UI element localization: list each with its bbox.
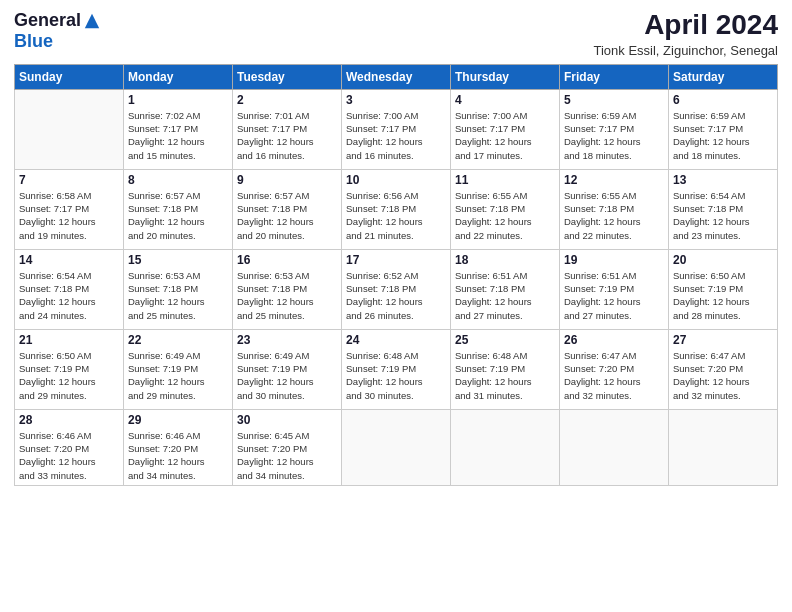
calendar-cell: 29Sunrise: 6:46 AM Sunset: 7:20 PM Dayli… — [124, 409, 233, 485]
day-number: 15 — [128, 253, 228, 267]
calendar-cell — [560, 409, 669, 485]
calendar-day-header: Thursday — [451, 64, 560, 89]
calendar-cell: 25Sunrise: 6:48 AM Sunset: 7:19 PM Dayli… — [451, 329, 560, 409]
calendar-cell: 23Sunrise: 6:49 AM Sunset: 7:19 PM Dayli… — [233, 329, 342, 409]
day-info: Sunrise: 7:02 AM Sunset: 7:17 PM Dayligh… — [128, 109, 228, 162]
calendar-cell: 12Sunrise: 6:55 AM Sunset: 7:18 PM Dayli… — [560, 169, 669, 249]
logo-icon — [83, 12, 101, 30]
day-number: 13 — [673, 173, 773, 187]
day-info: Sunrise: 6:47 AM Sunset: 7:20 PM Dayligh… — [673, 349, 773, 402]
calendar-cell: 30Sunrise: 6:45 AM Sunset: 7:20 PM Dayli… — [233, 409, 342, 485]
calendar-cell: 18Sunrise: 6:51 AM Sunset: 7:18 PM Dayli… — [451, 249, 560, 329]
day-number: 23 — [237, 333, 337, 347]
day-number: 2 — [237, 93, 337, 107]
day-info: Sunrise: 6:55 AM Sunset: 7:18 PM Dayligh… — [564, 189, 664, 242]
header: General Blue April 2024 Tionk Essil, Zig… — [14, 10, 778, 58]
day-number: 6 — [673, 93, 773, 107]
day-info: Sunrise: 6:55 AM Sunset: 7:18 PM Dayligh… — [455, 189, 555, 242]
calendar-day-header: Monday — [124, 64, 233, 89]
calendar-table: SundayMondayTuesdayWednesdayThursdayFrid… — [14, 64, 778, 486]
day-info: Sunrise: 6:49 AM Sunset: 7:19 PM Dayligh… — [128, 349, 228, 402]
day-info: Sunrise: 6:57 AM Sunset: 7:18 PM Dayligh… — [128, 189, 228, 242]
day-number: 28 — [19, 413, 119, 427]
day-info: Sunrise: 7:01 AM Sunset: 7:17 PM Dayligh… — [237, 109, 337, 162]
page: General Blue April 2024 Tionk Essil, Zig… — [0, 0, 792, 612]
day-info: Sunrise: 6:51 AM Sunset: 7:19 PM Dayligh… — [564, 269, 664, 322]
day-number: 5 — [564, 93, 664, 107]
day-info: Sunrise: 6:50 AM Sunset: 7:19 PM Dayligh… — [673, 269, 773, 322]
calendar-cell: 6Sunrise: 6:59 AM Sunset: 7:17 PM Daylig… — [669, 89, 778, 169]
calendar-cell: 1Sunrise: 7:02 AM Sunset: 7:17 PM Daylig… — [124, 89, 233, 169]
day-info: Sunrise: 6:48 AM Sunset: 7:19 PM Dayligh… — [346, 349, 446, 402]
day-info: Sunrise: 6:45 AM Sunset: 7:20 PM Dayligh… — [237, 429, 337, 482]
calendar-cell: 16Sunrise: 6:53 AM Sunset: 7:18 PM Dayli… — [233, 249, 342, 329]
day-number: 12 — [564, 173, 664, 187]
day-info: Sunrise: 6:47 AM Sunset: 7:20 PM Dayligh… — [564, 349, 664, 402]
day-number: 3 — [346, 93, 446, 107]
calendar-day-header: Tuesday — [233, 64, 342, 89]
calendar-cell: 22Sunrise: 6:49 AM Sunset: 7:19 PM Dayli… — [124, 329, 233, 409]
day-number: 20 — [673, 253, 773, 267]
day-info: Sunrise: 6:56 AM Sunset: 7:18 PM Dayligh… — [346, 189, 446, 242]
calendar-cell — [451, 409, 560, 485]
day-number: 1 — [128, 93, 228, 107]
calendar-cell — [342, 409, 451, 485]
day-number: 19 — [564, 253, 664, 267]
calendar-cell: 5Sunrise: 6:59 AM Sunset: 7:17 PM Daylig… — [560, 89, 669, 169]
day-info: Sunrise: 6:59 AM Sunset: 7:17 PM Dayligh… — [673, 109, 773, 162]
day-number: 29 — [128, 413, 228, 427]
day-info: Sunrise: 6:49 AM Sunset: 7:19 PM Dayligh… — [237, 349, 337, 402]
calendar-header-row: SundayMondayTuesdayWednesdayThursdayFrid… — [15, 64, 778, 89]
logo-blue-text: Blue — [14, 31, 53, 52]
calendar-cell: 21Sunrise: 6:50 AM Sunset: 7:19 PM Dayli… — [15, 329, 124, 409]
day-info: Sunrise: 6:54 AM Sunset: 7:18 PM Dayligh… — [19, 269, 119, 322]
calendar-cell: 24Sunrise: 6:48 AM Sunset: 7:19 PM Dayli… — [342, 329, 451, 409]
calendar-cell — [15, 89, 124, 169]
day-number: 30 — [237, 413, 337, 427]
title-block: April 2024 Tionk Essil, Ziguinchor, Sene… — [593, 10, 778, 58]
day-number: 22 — [128, 333, 228, 347]
day-number: 16 — [237, 253, 337, 267]
calendar-cell: 20Sunrise: 6:50 AM Sunset: 7:19 PM Dayli… — [669, 249, 778, 329]
subtitle: Tionk Essil, Ziguinchor, Senegal — [593, 43, 778, 58]
day-info: Sunrise: 6:59 AM Sunset: 7:17 PM Dayligh… — [564, 109, 664, 162]
day-number: 8 — [128, 173, 228, 187]
day-info: Sunrise: 6:58 AM Sunset: 7:17 PM Dayligh… — [19, 189, 119, 242]
day-info: Sunrise: 6:53 AM Sunset: 7:18 PM Dayligh… — [128, 269, 228, 322]
day-number: 26 — [564, 333, 664, 347]
calendar-cell — [669, 409, 778, 485]
calendar-day-header: Friday — [560, 64, 669, 89]
calendar-cell: 13Sunrise: 6:54 AM Sunset: 7:18 PM Dayli… — [669, 169, 778, 249]
day-info: Sunrise: 6:52 AM Sunset: 7:18 PM Dayligh… — [346, 269, 446, 322]
day-info: Sunrise: 6:53 AM Sunset: 7:18 PM Dayligh… — [237, 269, 337, 322]
calendar-day-header: Saturday — [669, 64, 778, 89]
day-info: Sunrise: 7:00 AM Sunset: 7:17 PM Dayligh… — [346, 109, 446, 162]
calendar-cell: 8Sunrise: 6:57 AM Sunset: 7:18 PM Daylig… — [124, 169, 233, 249]
day-info: Sunrise: 6:48 AM Sunset: 7:19 PM Dayligh… — [455, 349, 555, 402]
calendar-cell: 15Sunrise: 6:53 AM Sunset: 7:18 PM Dayli… — [124, 249, 233, 329]
day-info: Sunrise: 6:50 AM Sunset: 7:19 PM Dayligh… — [19, 349, 119, 402]
calendar-cell: 17Sunrise: 6:52 AM Sunset: 7:18 PM Dayli… — [342, 249, 451, 329]
day-number: 7 — [19, 173, 119, 187]
calendar-cell: 10Sunrise: 6:56 AM Sunset: 7:18 PM Dayli… — [342, 169, 451, 249]
logo-general-text: General — [14, 10, 81, 31]
calendar-day-header: Wednesday — [342, 64, 451, 89]
calendar-cell: 28Sunrise: 6:46 AM Sunset: 7:20 PM Dayli… — [15, 409, 124, 485]
day-number: 14 — [19, 253, 119, 267]
day-number: 18 — [455, 253, 555, 267]
calendar-cell: 9Sunrise: 6:57 AM Sunset: 7:18 PM Daylig… — [233, 169, 342, 249]
day-number: 17 — [346, 253, 446, 267]
calendar-cell: 3Sunrise: 7:00 AM Sunset: 7:17 PM Daylig… — [342, 89, 451, 169]
day-info: Sunrise: 6:54 AM Sunset: 7:18 PM Dayligh… — [673, 189, 773, 242]
calendar-day-header: Sunday — [15, 64, 124, 89]
day-info: Sunrise: 6:51 AM Sunset: 7:18 PM Dayligh… — [455, 269, 555, 322]
day-info: Sunrise: 7:00 AM Sunset: 7:17 PM Dayligh… — [455, 109, 555, 162]
day-number: 27 — [673, 333, 773, 347]
calendar-cell: 2Sunrise: 7:01 AM Sunset: 7:17 PM Daylig… — [233, 89, 342, 169]
logo: General Blue — [14, 10, 101, 52]
main-title: April 2024 — [593, 10, 778, 41]
day-info: Sunrise: 6:46 AM Sunset: 7:20 PM Dayligh… — [19, 429, 119, 482]
day-number: 10 — [346, 173, 446, 187]
calendar-cell: 19Sunrise: 6:51 AM Sunset: 7:19 PM Dayli… — [560, 249, 669, 329]
day-number: 21 — [19, 333, 119, 347]
